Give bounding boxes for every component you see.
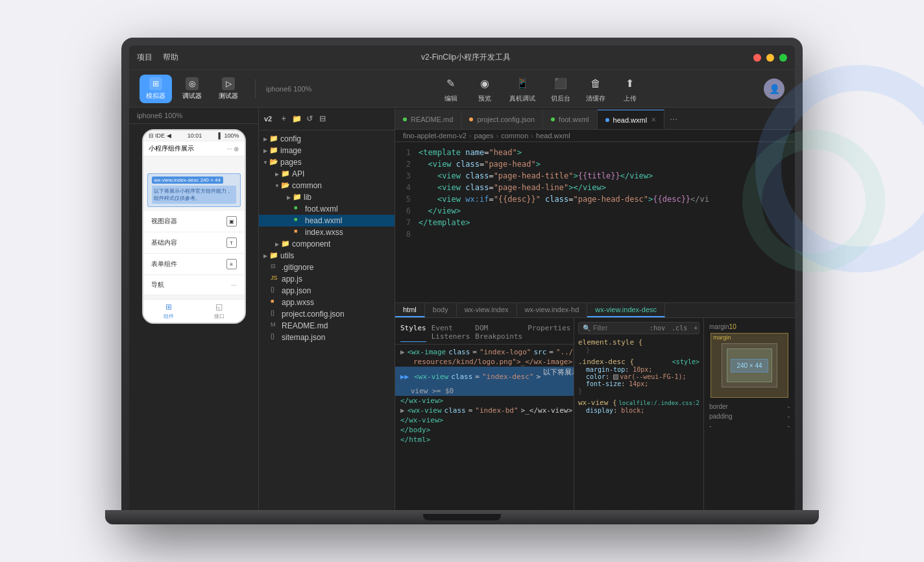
folder-icon: 📁 [269, 146, 278, 155]
style-prop-color: color: var(--weui-FG-1); [578, 373, 699, 380]
filter-icon: 🔍 [583, 324, 590, 332]
tree-folder-pages[interactable]: ▼ 📂 pages [259, 156, 395, 168]
tree-file-app-wxss[interactable]: ■ app.wxss [259, 297, 395, 308]
tree-file-foot-wxml[interactable]: ■ foot.wxml [259, 203, 395, 215]
iphone-content: wx-view.index-desc 240 × 44 以下将展示小程序官方组件… [143, 156, 245, 299]
tree-file-head-wxml[interactable]: ■ head.wxml [259, 215, 395, 226]
plus-btn[interactable]: + [692, 324, 699, 332]
tab-readme[interactable]: README.md [395, 110, 461, 129]
maximize-button[interactable] [779, 54, 787, 62]
code-editor[interactable]: 1 <template name="head"> 2 <view class="… [395, 142, 795, 302]
close-button[interactable] [753, 54, 761, 62]
toolbar-device-debug-btn[interactable]: 📱 真机调试 [509, 75, 535, 103]
menu-item-help[interactable]: 帮助 [163, 52, 178, 63]
sim-nav-icon-1: ▣ [226, 216, 237, 226]
bottom-tab-body[interactable]: body [425, 303, 457, 317]
bottom-value: - [788, 422, 790, 430]
toolbar-background-btn[interactable]: ⬛ 切后台 [551, 75, 570, 103]
bottom-tab-wx-view-index-hd[interactable]: wx-view.index-hd [517, 303, 588, 317]
collapse-btn[interactable]: ⊟ [317, 114, 328, 124]
html-line-3: ▶▶ <wx-view class="index-desc">以下将展示小程序官… [395, 367, 574, 386]
tree-file-app-js[interactable]: JS app.js [259, 273, 395, 285]
folder-icon: 📁 [281, 239, 290, 249]
breadcrumb-sep-2: › [496, 132, 499, 140]
new-file-btn[interactable]: + [278, 114, 289, 124]
tree-file-project-config[interactable]: {} project.config.json [259, 308, 395, 320]
sim-tab-component[interactable]: ⊞ 组件 [164, 302, 174, 320]
tab-head-wxml[interactable]: head.wxml ✕ [598, 110, 665, 129]
styles-tab-event-listeners[interactable]: Event Listeners [432, 323, 470, 342]
tree-file-index-wxss[interactable]: ■ index.wxss [259, 226, 395, 238]
tab-project-config[interactable]: project.config.json [461, 110, 543, 129]
style-prop-margin-top: margin-top: 10px; [578, 366, 699, 373]
styles-tab-styles[interactable]: Styles [400, 323, 426, 342]
toolbar-debugger-btn[interactable]: ◎ 调试器 [176, 75, 208, 103]
style-options: :hov .cls + [648, 324, 699, 332]
toolbar-upload-btn[interactable]: ⬆ 上传 [621, 75, 639, 103]
tab-foot-wxml[interactable]: foot.wxml [543, 110, 597, 129]
tree-folder-common[interactable]: ▼ 📂 common [259, 180, 395, 191]
bottom-tab-wx-view-index[interactable]: wx-view.index [457, 303, 517, 317]
sim-nav-item-1[interactable]: 视图容器 ▣ [143, 211, 245, 232]
breadcrumb-sep-1: › [469, 132, 472, 140]
sim-nav-item-2[interactable]: 基础内容 T [143, 232, 245, 254]
iphone-title-more: ··· ⊕ [226, 145, 239, 153]
refresh-btn[interactable]: ↺ [304, 114, 315, 124]
toolbar-clear-cache-btn[interactable]: 🗑 清缓存 [586, 75, 605, 103]
user-avatar[interactable]: 👤 [764, 79, 784, 99]
cls-btn[interactable]: .cls [670, 324, 689, 332]
toolbar-left: ⊞ 模拟器 ◎ 调试器 ▷ 测试器 [140, 75, 245, 103]
style-selector-wx-view: wx-view { [578, 398, 617, 407]
style-rule-wx-view: wx-view { localfile:/.index.css:2 displa… [578, 398, 699, 414]
bottom-tab-html[interactable]: html [395, 303, 425, 317]
html-line-8: </body> [395, 425, 574, 435]
tree-file-app-json[interactable]: {} app.json [259, 285, 395, 297]
toolbar-preview-btn[interactable]: ◉ 预览 [476, 75, 494, 103]
hov-btn[interactable]: :hov [648, 324, 667, 332]
minimize-button[interactable] [766, 54, 774, 62]
html-line-4: view >= $0 [395, 386, 574, 396]
toolbar-edit-btn[interactable]: ✎ 编辑 [442, 75, 460, 103]
simulator-label: 模拟器 [146, 92, 165, 101]
sim-nav-item-3[interactable]: 表单组件 ≡ [143, 254, 245, 275]
tree-folder-component[interactable]: ▶ 📁 component [259, 238, 395, 250]
sim-nav-item-4[interactable]: 导航 ··· [143, 275, 245, 295]
tree-folder-api[interactable]: ▶ 📁 API [259, 168, 395, 180]
app-window: 项目 帮助 v2-FinClip小程序开发工具 ⊞ 模拟器 [129, 45, 795, 510]
style-prop-display: display: block; [578, 407, 699, 414]
tree-folder-config[interactable]: ▶ 📁 config [259, 133, 395, 145]
tree-file-sitemap[interactable]: {} sitemap.json [259, 332, 395, 343]
style-source-wx-view[interactable]: localfile:/.index.css:2 [618, 400, 699, 406]
tree-file-readme[interactable]: M README.md [259, 320, 395, 332]
tree-file-gitignore[interactable]: ⊟ .gitignore [259, 262, 395, 273]
menu-item-project[interactable]: 项目 [137, 52, 152, 63]
styles-tab-properties[interactable]: Properties [528, 323, 570, 342]
tree-folder-utils[interactable]: ▶ 📁 utils [259, 250, 395, 262]
tester-label: 测试器 [219, 92, 238, 101]
simulator-header: iphone6 100% [129, 108, 258, 124]
style-source-index-desc[interactable]: <style> [672, 358, 699, 365]
iphone-frame: ⊟ IDE ◀ 10:01 ▌ 100% 小程序组件展示 ··· ⊕ [142, 129, 246, 324]
sim-tab-api[interactable]: ◱ 接口 [214, 302, 225, 320]
styles-tab-dom-breakpoints[interactable]: DOM Breakpoints [475, 323, 522, 342]
code-line-1: 1 <template name="head"> [395, 147, 795, 159]
menu-bar: 项目 帮助 [137, 52, 178, 63]
tree-folder-image[interactable]: ▶ 📁 image [259, 145, 395, 156]
wxml-active-dot [605, 118, 609, 122]
style-filter-input[interactable] [593, 324, 645, 332]
toolbar-tester-btn[interactable]: ▷ 测试器 [212, 75, 245, 103]
new-folder-btn[interactable]: 📁 [291, 114, 302, 124]
highlight-label: wx-view.index-desc 240 × 44 [152, 177, 224, 184]
chevron-right-icon: ▶ [261, 147, 269, 154]
file-icon: ⊟ [271, 263, 280, 272]
tab-close-icon[interactable]: ✕ [651, 116, 656, 123]
border-value: - [788, 403, 790, 410]
bottom-tab-wx-view-index-desc[interactable]: wx-view.index-desc [587, 303, 665, 317]
tab-more-btn[interactable]: ··· [664, 114, 683, 124]
toolbar: ⊞ 模拟器 ◎ 调试器 ▷ 测试器 iphone6 100% [129, 70, 795, 108]
chevron-down-icon: ▼ [261, 158, 269, 166]
bottom-label: - [709, 422, 711, 430]
tree-folder-lib[interactable]: ▶ 📁 lib [259, 191, 395, 203]
styles-panel: 🔍 :hov .cls + [574, 318, 704, 510]
toolbar-simulator-btn[interactable]: ⊞ 模拟器 [140, 75, 172, 103]
